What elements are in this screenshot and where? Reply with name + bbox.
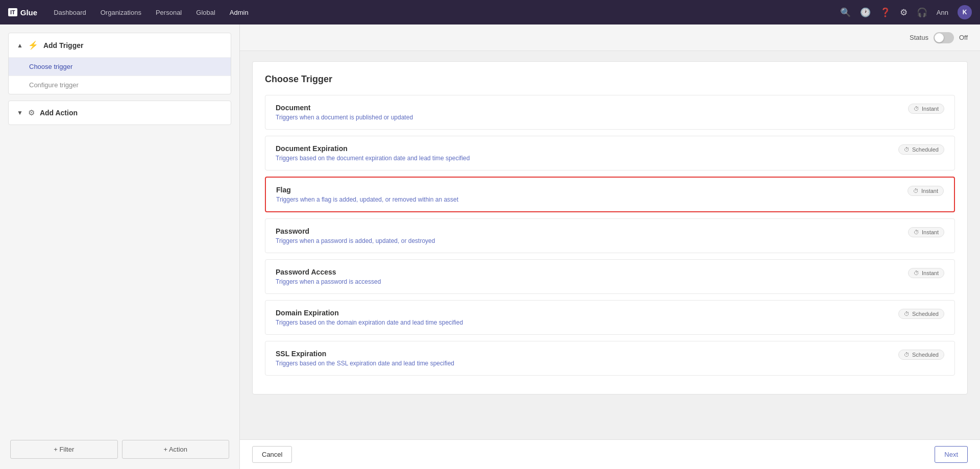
main-layout: ▲ ⚡ Add Trigger Choose trigger Configure… [0, 24, 980, 469]
trigger-description: Triggers when a password is added, updat… [276, 237, 900, 244]
nav-links: Dashboard Organizations Personal Global … [54, 9, 828, 16]
user-avatar[interactable]: K [958, 5, 972, 19]
sidebar-bottom-buttons: + Filter + Action [8, 438, 231, 461]
trigger-section: ▲ ⚡ Add Trigger Choose trigger Configure… [8, 33, 231, 94]
clock-icon: ⏱ [904, 146, 910, 153]
status-topbar: Status Off [240, 24, 980, 51]
action-section-title: Add Action [40, 109, 78, 117]
content-title: Choose Trigger [265, 74, 955, 85]
trigger-description: Triggers when a flag is added, updated, … [276, 196, 899, 203]
search-icon[interactable]: 🔍 [840, 7, 851, 18]
chevron-down-icon: ▼ [17, 109, 23, 116]
settings-icon[interactable]: ⚙ [900, 7, 908, 18]
trigger-steps: Choose trigger Configure trigger [9, 57, 231, 94]
status-label: Status [910, 34, 928, 41]
trigger-info: PasswordTriggers when a password is adde… [276, 227, 900, 244]
help-icon[interactable]: ❓ [880, 7, 891, 18]
trigger-badge: ⏱Scheduled [898, 350, 944, 360]
trigger-section-header[interactable]: ▲ ⚡ Add Trigger [9, 33, 231, 57]
badge-label: Instant [921, 188, 938, 194]
trigger-description: Triggers when a document is published or… [276, 114, 900, 121]
logo-text: Glue [20, 8, 37, 17]
content-card: Choose Trigger DocumentTriggers when a d… [252, 61, 968, 394]
next-button[interactable]: Next [935, 446, 968, 463]
trigger-name: Flag [276, 186, 899, 194]
content-area: Status Off Choose Trigger DocumentTrigge… [240, 24, 980, 469]
trigger-item[interactable]: Password AccessTriggers when a password … [265, 259, 955, 294]
trigger-item[interactable]: FlagTriggers when a flag is added, updat… [265, 177, 955, 212]
clock-icon[interactable]: 🕐 [860, 7, 871, 18]
badge-label: Instant [922, 270, 939, 276]
clock-icon: ⏱ [904, 352, 910, 358]
trigger-name: Document [276, 104, 900, 112]
trigger-description: Triggers when a password is accessed [276, 278, 900, 285]
trigger-name: Password [276, 227, 900, 235]
headphones-icon[interactable]: 🎧 [917, 7, 927, 18]
trigger-badge: ⏱Scheduled [898, 144, 944, 155]
trigger-badge: ⏱Instant [908, 104, 944, 114]
action-gear-icon: ⚙ [28, 108, 35, 117]
clock-icon: ⏱ [904, 311, 910, 317]
nav-right-actions: 🔍 🕐 ❓ ⚙ 🎧 Ann K [840, 5, 972, 19]
trigger-badge: ⏱Instant [908, 186, 944, 196]
logo-icon: IT [8, 8, 17, 16]
trigger-description: Triggers based on the document expiratio… [276, 155, 890, 162]
cancel-button[interactable]: Cancel [252, 446, 292, 463]
nav-admin[interactable]: Admin [230, 9, 249, 16]
top-navigation: IT Glue Dashboard Organizations Personal… [0, 0, 980, 24]
nav-personal[interactable]: Personal [156, 9, 182, 16]
logo[interactable]: IT Glue [8, 8, 37, 17]
trigger-item[interactable]: DocumentTriggers when a document is publ… [265, 95, 955, 130]
trigger-info: DocumentTriggers when a document is publ… [276, 104, 900, 121]
trigger-description: Triggers based on the SSL expiration dat… [276, 360, 890, 367]
trigger-info: SSL ExpirationTriggers based on the SSL … [276, 350, 890, 367]
trigger-badge: ⏱Instant [908, 227, 944, 237]
chevron-up-icon: ▲ [17, 42, 23, 49]
clock-icon: ⏱ [914, 229, 919, 235]
left-sidebar: ▲ ⚡ Add Trigger Choose trigger Configure… [0, 24, 240, 469]
action-section: ▼ ⚙ Add Action [8, 101, 231, 125]
clock-icon: ⏱ [913, 188, 919, 194]
trigger-name: SSL Expiration [276, 350, 890, 358]
nav-global[interactable]: Global [196, 9, 215, 16]
clock-icon: ⏱ [914, 106, 919, 112]
user-name[interactable]: Ann [937, 9, 948, 16]
trigger-info: Domain ExpirationTriggers based on the d… [276, 309, 890, 326]
trigger-item[interactable]: Domain ExpirationTriggers based on the d… [265, 300, 955, 335]
step-configure-trigger[interactable]: Configure trigger [9, 76, 231, 94]
badge-label: Instant [922, 106, 939, 112]
badge-label: Scheduled [912, 311, 939, 317]
action-section-header[interactable]: ▼ ⚙ Add Action [9, 101, 231, 125]
trigger-list: DocumentTriggers when a document is publ… [265, 95, 955, 376]
trigger-badge: ⏱Scheduled [898, 309, 944, 319]
badge-label: Scheduled [912, 352, 939, 358]
content-footer: Cancel Next [240, 439, 980, 469]
trigger-item[interactable]: PasswordTriggers when a password is adde… [265, 218, 955, 253]
trigger-info: FlagTriggers when a flag is added, updat… [276, 186, 899, 203]
content-scroll: Choose Trigger DocumentTriggers when a d… [240, 51, 980, 439]
action-button[interactable]: + Action [122, 440, 230, 459]
clock-icon: ⏱ [914, 270, 919, 276]
nav-dashboard[interactable]: Dashboard [54, 9, 86, 16]
trigger-name: Document Expiration [276, 144, 890, 153]
filter-button[interactable]: + Filter [10, 440, 118, 459]
trigger-info: Password AccessTriggers when a password … [276, 268, 900, 285]
status-state: Off [959, 34, 968, 41]
trigger-info: Document ExpirationTriggers based on the… [276, 144, 890, 162]
trigger-name: Domain Expiration [276, 309, 890, 317]
trigger-badge: ⏱Instant [908, 268, 944, 278]
toggle-knob [935, 33, 944, 42]
trigger-item[interactable]: Document ExpirationTriggers based on the… [265, 136, 955, 170]
trigger-lightning-icon: ⚡ [28, 40, 38, 50]
badge-label: Instant [922, 229, 939, 235]
step-choose-trigger[interactable]: Choose trigger [9, 57, 231, 76]
trigger-item[interactable]: SSL ExpirationTriggers based on the SSL … [265, 341, 955, 376]
trigger-description: Triggers based on the domain expiration … [276, 319, 890, 326]
nav-organizations[interactable]: Organizations [101, 9, 141, 16]
trigger-section-title: Add Trigger [43, 41, 84, 50]
badge-label: Scheduled [912, 146, 939, 153]
status-toggle[interactable] [934, 32, 954, 43]
trigger-name: Password Access [276, 268, 900, 276]
